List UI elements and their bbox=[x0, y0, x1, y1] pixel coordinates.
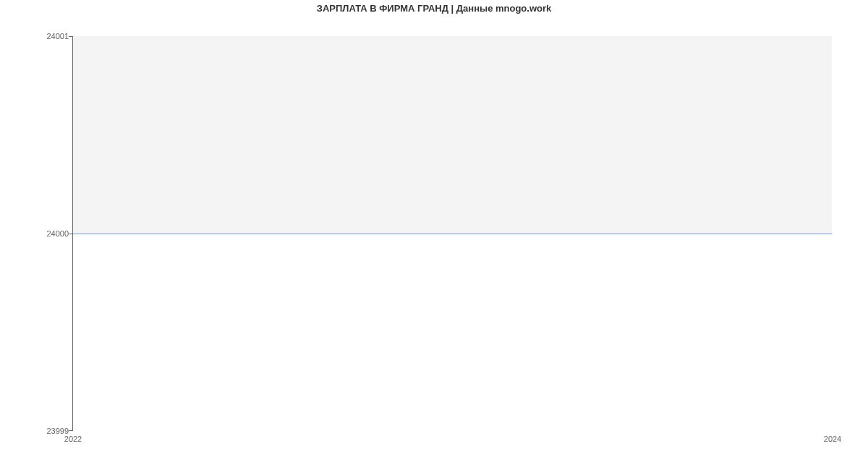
y-tick-mark bbox=[69, 36, 73, 37]
x-tick-label: 2022 bbox=[64, 435, 82, 443]
plot-lower-half bbox=[73, 234, 832, 431]
y-tick-label: 24001 bbox=[4, 32, 69, 40]
y-tick-mark bbox=[69, 234, 73, 234]
y-tick-label: 24000 bbox=[4, 229, 69, 238]
chart-container: ЗАРПЛАТА В ФИРМА ГРАНД | Данные mnogo.wo… bbox=[0, 0, 868, 470]
plot-area: 24001 24000 23999 2022 2024 bbox=[72, 36, 832, 431]
y-tick-label: 23999 bbox=[4, 427, 69, 435]
series-line-salary bbox=[73, 234, 832, 234]
y-tick-mark bbox=[69, 430, 73, 431]
chart-title: ЗАРПЛАТА В ФИРМА ГРАНД | Данные mnogo.wo… bbox=[0, 3, 868, 14]
x-tick-label: 2024 bbox=[824, 435, 841, 443]
